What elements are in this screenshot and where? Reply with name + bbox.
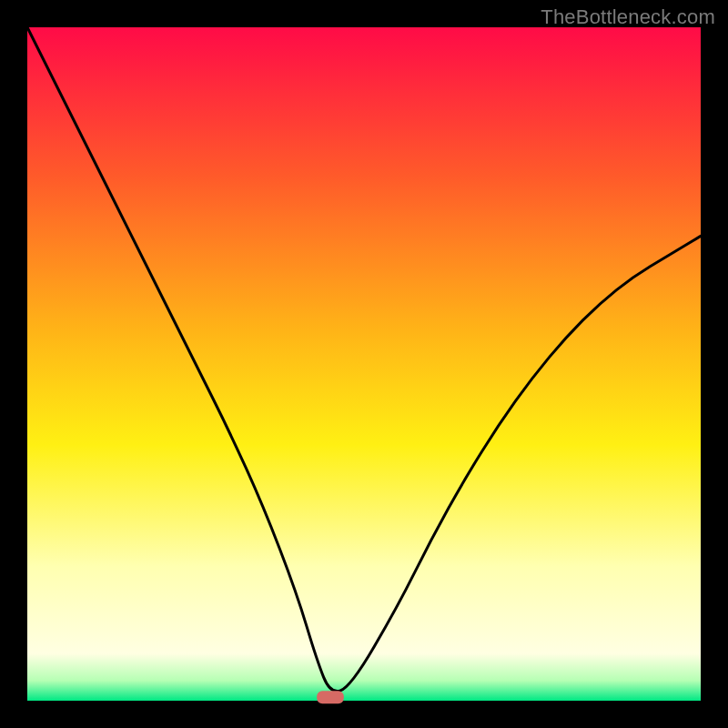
chart-frame: { "watermark": "TheBottleneck.com", "cha…	[0, 0, 728, 728]
watermark-text: TheBottleneck.com	[541, 5, 715, 29]
bottleneck-chart	[0, 0, 728, 728]
min-marker	[317, 691, 344, 703]
plot-background	[27, 27, 701, 701]
